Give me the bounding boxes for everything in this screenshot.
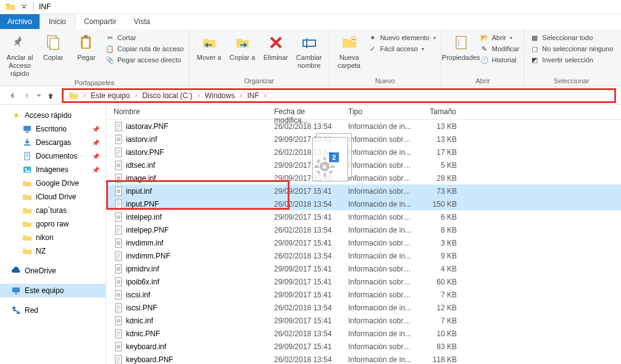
tab-view[interactable]: Vista bbox=[125, 14, 159, 29]
file-row[interactable]: idtsec.inf29/09/2017 15:41Información so… bbox=[106, 159, 621, 172]
file-row[interactable]: iastorv.PNF26/02/2018 13:54Información d… bbox=[106, 146, 621, 159]
file-row[interactable]: intelpep.inf29/09/2017 15:41Información … bbox=[106, 210, 621, 223]
file-row[interactable]: input.inf29/09/2017 15:41Información sob… bbox=[106, 184, 621, 197]
tab-share[interactable]: Compartir bbox=[75, 14, 125, 29]
qat-dropdown-icon[interactable] bbox=[17, 0, 31, 14]
group-organize: Mover a Copiar a Eliminar Cambiar nombre… bbox=[190, 29, 330, 86]
file-size-cell: 17 KB bbox=[417, 148, 467, 157]
svg-point-9 bbox=[458, 39, 459, 41]
folder-root-icon[interactable] bbox=[66, 91, 81, 101]
sidebar-onedrive[interactable]: OneDrive bbox=[0, 264, 106, 278]
modify-button[interactable]: ✎Modificar bbox=[480, 44, 520, 54]
back-button[interactable] bbox=[5, 88, 20, 103]
pin-quickaccess-button[interactable]: Anclar al Acceso rápido bbox=[5, 31, 35, 78]
file-row[interactable]: ipoib6x.inf29/09/2017 15:41Información s… bbox=[106, 275, 621, 288]
sidebar-item[interactable]: iCloud Drive bbox=[0, 190, 106, 204]
chevron-right-icon[interactable]: › bbox=[237, 92, 244, 99]
breadcrumb-segment[interactable]: Windows bbox=[202, 91, 238, 100]
sidebar-thispc[interactable]: Este equipo bbox=[0, 284, 106, 297]
file-icon bbox=[114, 303, 123, 313]
select-all-button[interactable]: ▦Seleccionar todo bbox=[530, 33, 613, 43]
chevron-right-icon[interactable]: › bbox=[132, 92, 140, 99]
file-type-cell: Información de in... bbox=[343, 252, 417, 260]
chevron-right-icon[interactable]: › bbox=[81, 92, 88, 99]
file-row[interactable]: image.inf29/09/2017 15:40Información sob… bbox=[106, 172, 621, 184]
select-none-button[interactable]: ▢No seleccionar ninguno bbox=[530, 44, 613, 54]
open-button[interactable]: 📂Abrir▾ bbox=[480, 33, 520, 43]
tab-home[interactable]: Inicio bbox=[40, 14, 75, 29]
file-date-cell: 26/02/2018 13:54 bbox=[269, 252, 343, 260]
sidebar-item[interactable]: Imágenes📌 bbox=[0, 163, 106, 176]
sidebar-network[interactable]: Red bbox=[0, 304, 106, 317]
invert-selection-button[interactable]: ◩Invertir selección bbox=[530, 55, 613, 65]
sidebar-item[interactable]: Google Drive bbox=[0, 176, 106, 190]
delete-button[interactable]: Eliminar bbox=[261, 31, 291, 62]
tab-file[interactable]: Archivo bbox=[0, 14, 40, 29]
file-row[interactable]: kdnic.inf29/09/2017 15:41Información sob… bbox=[106, 314, 621, 327]
file-date-cell: 29/09/2017 15:41 bbox=[269, 278, 343, 286]
new-item-button[interactable]: ✦Nuevo elemento▾ bbox=[368, 33, 436, 43]
pictures-icon bbox=[22, 165, 32, 175]
sidebar-item[interactable]: nikon bbox=[0, 231, 106, 244]
column-date[interactable]: Fecha de modifica... bbox=[269, 105, 343, 119]
history-button[interactable]: 🕘Historial bbox=[480, 55, 520, 65]
desktop-icon bbox=[22, 124, 32, 134]
file-row[interactable]: input.PNF26/02/2018 13:54Información de … bbox=[106, 197, 621, 210]
file-row[interactable]: iastorav.PNF26/02/2018 13:54Información … bbox=[106, 120, 621, 133]
move-to-button[interactable]: Mover a bbox=[194, 31, 224, 62]
file-name-cell: keyboard.PNF bbox=[106, 355, 269, 365]
svg-rect-21 bbox=[15, 293, 17, 294]
recent-dropdown[interactable] bbox=[35, 88, 43, 103]
file-row[interactable]: iscsi.PNF26/02/2018 13:54Información de … bbox=[106, 301, 621, 314]
properties-label: Propiedades bbox=[442, 54, 480, 62]
file-row[interactable]: intelpep.PNF26/02/2018 13:54Información … bbox=[106, 223, 621, 236]
file-row[interactable]: keyboard.inf29/09/2017 15:41Información … bbox=[106, 340, 621, 353]
file-row[interactable]: invdimm.PNF26/02/2018 13:54Información d… bbox=[106, 249, 621, 262]
file-size-cell: 7 KB bbox=[417, 291, 467, 299]
chevron-right-icon[interactable]: › bbox=[195, 92, 202, 99]
copy-path-button[interactable]: 📋Copiar ruta de acceso bbox=[105, 44, 184, 54]
sidebar-item[interactable]: gopro raw bbox=[0, 217, 106, 231]
breadcrumb-segment[interactable]: Este equipo bbox=[88, 91, 132, 100]
column-size[interactable]: Tamaño bbox=[417, 105, 467, 119]
file-row[interactable]: kdnic.PNF26/02/2018 13:54Información de … bbox=[106, 327, 621, 340]
file-row[interactable]: iscsi.inf29/09/2017 15:41Información sob… bbox=[106, 288, 621, 301]
forward-button[interactable] bbox=[20, 88, 35, 103]
sidebar-item-label: cap´turas bbox=[36, 206, 67, 215]
file-name: kdnic.inf bbox=[126, 316, 153, 325]
document-icon bbox=[22, 151, 32, 161]
copyto-icon bbox=[233, 33, 252, 52]
new-folder-button[interactable]: Nueva carpeta bbox=[335, 31, 364, 70]
svg-point-43 bbox=[118, 191, 119, 192]
chevron-right-icon[interactable]: › bbox=[262, 92, 269, 99]
breadcrumb-segment[interactable]: Disco local (C:) bbox=[140, 91, 194, 100]
cut-button[interactable]: ✂Cortar bbox=[105, 33, 184, 43]
sidebar-item[interactable]: cap´turas bbox=[0, 204, 106, 217]
file-row[interactable]: keyboard.PNF26/02/2018 13:54Información … bbox=[106, 353, 621, 364]
file-date-cell: 26/02/2018 13:54 bbox=[269, 200, 343, 209]
paste-button[interactable]: Pegar bbox=[72, 31, 101, 62]
breadcrumb-segment[interactable]: INF bbox=[244, 91, 261, 100]
sidebar-item[interactable]: NZ bbox=[0, 244, 106, 258]
file-size-cell: 118 KB bbox=[417, 355, 467, 364]
column-type[interactable]: Tipo bbox=[343, 105, 417, 119]
breadcrumb[interactable]: › Este equipo › Disco local (C:) › Windo… bbox=[62, 88, 616, 103]
file-name: kdnic.PNF bbox=[126, 329, 160, 338]
sidebar-item[interactable]: Escritorio📌 bbox=[0, 122, 106, 136]
file-row[interactable]: invdimm.inf29/09/2017 15:41Información s… bbox=[106, 236, 621, 249]
copy-to-button[interactable]: Copiar a bbox=[228, 31, 257, 62]
up-button[interactable] bbox=[43, 88, 58, 103]
file-row[interactable]: ipmidrv.inf29/09/2017 15:41Información s… bbox=[106, 262, 621, 275]
sidebar-item[interactable]: Descargas📌 bbox=[0, 136, 106, 149]
file-type-cell: Información de in... bbox=[343, 148, 417, 157]
folder-icon bbox=[22, 192, 32, 202]
copy-button[interactable]: Copiar bbox=[38, 31, 68, 62]
rename-button[interactable]: Cambiar nombre bbox=[294, 31, 324, 70]
file-row[interactable]: iastorv.inf29/09/2017 15:41Información s… bbox=[106, 133, 621, 146]
column-name[interactable]: Nombre bbox=[106, 105, 269, 119]
properties-button[interactable]: Propiedades bbox=[446, 31, 476, 62]
sidebar-item[interactable]: Documentos📌 bbox=[0, 149, 106, 163]
easy-access-button[interactable]: ✓Fácil acceso▾ bbox=[368, 44, 436, 54]
sidebar-quickaccess[interactable]: ★ Acceso rápido bbox=[0, 109, 106, 122]
paste-shortcut-button[interactable]: 📎Pegar acceso directo bbox=[105, 55, 184, 65]
